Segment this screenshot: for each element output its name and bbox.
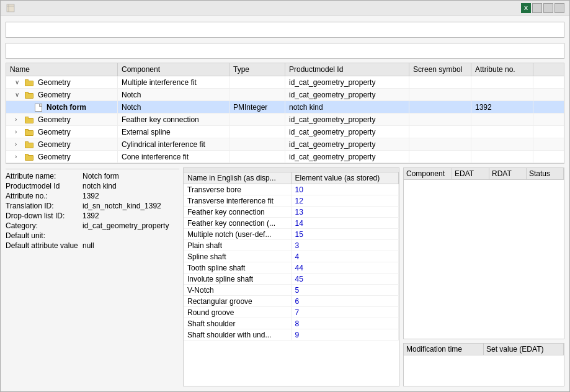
value-list-row[interactable]: Transverse interference fit12 [184,195,399,207]
occ-col-component: Component [404,168,452,179]
col-screen-symbol: Screen symbol [409,63,471,76]
tree-toggle-icon[interactable]: › [15,116,22,123]
attr-detail-row: Translation ID:id_sn_notch_kind_1392 [6,202,179,212]
table-row[interactable]: ∨ GeometryMultiple interference fitid_ca… [6,76,564,89]
value-element-cell: 5 [292,285,399,295]
excel-icon[interactable]: X [521,3,531,13]
component-cell: Multiple interference fit [118,76,229,88]
value-element-cell: 13 [292,207,399,217]
value-list-panel: Name in English (as disp... Element valu… [183,167,399,386]
attr-detail-value: id_sn_notch_kind_1392 [82,202,161,212]
value-col-element: Element value (as stored) [292,172,399,184]
screen-symbol-cell [409,101,471,113]
row-name-text: Geometry [38,91,71,99]
value-element-cell: 14 [292,218,399,228]
value-list-row[interactable]: Feather key connection (... 14 [184,218,399,229]
occ-col-status: Status [527,168,564,179]
attr-detail-label: Default unit: [6,231,80,241]
attr-detail-row: Default unit: [6,231,179,241]
table-row[interactable]: › GeometryCylindrical interference fitid… [6,138,564,151]
type-cell [229,126,285,138]
component-dropdown[interactable] [6,22,564,38]
screen-symbol-cell [409,138,471,150]
attr-detail-value: 1392 [82,192,99,202]
modification-body [404,355,564,386]
selected-attribute-title [6,167,179,169]
value-list-row[interactable]: Involute spline shaft45 [184,274,399,285]
screen-symbol-cell [409,76,471,88]
attr-detail-value: id_cat_geometry_property [82,221,169,231]
value-name-cell: Tooth spline shaft [184,262,292,273]
row-name-text: Geometry [38,115,71,124]
table-row[interactable]: Notch formNotchPMIntegernotch kind1392 [6,101,564,114]
component-cell: Notch [118,89,229,100]
tree-toggle-icon[interactable]: › [15,128,22,135]
tree-toggle-icon[interactable]: › [15,153,22,160]
value-name-cell: Plain shaft [184,240,292,251]
value-name-cell: Feather key connection (... [184,218,292,228]
table-row[interactable]: ∨ GeometryNotchid_cat_geometry_property [6,89,564,101]
value-list-row[interactable]: Round groove7 [184,307,399,318]
name-cell: › Geometry [6,114,118,125]
value-element-cell: 9 [292,329,399,340]
name-cell: Notch form [6,101,118,113]
attr-detail-label: Attribute no.: [6,192,80,202]
select-component-section [6,20,564,38]
table-row[interactable]: › GeometryFeather key connectionid_cat_g… [6,114,564,126]
attr-no-cell [471,76,533,88]
value-name-cell: V-Notch [184,285,292,295]
productmodel-cell: id_cat_geometry_property [285,89,409,100]
attr-detail-value: 1392 [82,212,99,221]
mod-col-value: Set value (EDAT) [484,344,564,355]
productmodel-cell: id_cat_geometry_property [285,76,409,88]
table-row[interactable]: › GeometryCone interference fitid_cat_ge… [6,151,564,163]
attr-no-cell [471,89,533,100]
row-name-text: Notch form [47,103,86,112]
close-button[interactable] [554,3,564,13]
value-list-row[interactable]: Rectangular groove6 [184,296,399,307]
value-list-row[interactable]: Shaft shoulder with und...9 [184,329,399,341]
value-list-row[interactable]: Spline shaft4 [184,251,399,262]
restore-button[interactable] [543,3,553,13]
attribute-search-box[interactable] [6,43,564,59]
value-list-row[interactable]: Tooth spline shaft44 [184,262,399,274]
attr-detail-row: Productmodel Idnotch kind [6,182,179,192]
attr-detail-label: Translation ID: [6,202,80,212]
folder-icon [25,115,33,124]
name-cell: ∨ Geometry [6,76,118,88]
attr-detail-label: Drop-down list ID: [6,212,80,221]
value-name-cell: Feather key connection [184,207,292,217]
tree-toggle-icon[interactable]: ∨ [15,79,22,86]
type-cell [229,138,285,150]
screen-symbol-cell [409,151,471,163]
minimize-button[interactable] [532,3,542,13]
tree-toggle-icon[interactable]: › [15,141,22,148]
value-name-cell: Spline shaft [184,251,292,262]
attribute-table: Name Component Type Productmodel Id Scre… [6,63,564,164]
name-cell: ∨ Geometry [6,89,118,100]
modification-panel: Modification time Set value (EDAT) [403,343,564,386]
component-cell: Cylindrical interference fit [118,138,229,150]
right-panel: Component EDAT RDAT Status Modification … [403,167,564,386]
tree-toggle-icon[interactable]: ∨ [15,91,22,98]
bottom-panels: Attribute name:Notch formProductmodel Id… [6,167,564,386]
folder-icon [25,153,33,161]
name-cell: › Geometry [6,151,118,163]
type-cell: PMInteger [229,101,285,113]
name-cell: › Geometry [6,126,118,138]
value-list-row[interactable]: Plain shaft3 [184,240,399,251]
value-list-row[interactable]: V-Notch5 [184,285,399,296]
main-window: X Name Component [0,0,570,392]
value-list-row[interactable]: Transverse bore10 [184,184,399,195]
value-element-cell: 4 [292,251,399,262]
value-element-cell: 44 [292,262,399,273]
productmodel-cell: id_cat_geometry_property [285,138,409,150]
value-list-row[interactable]: Shaft shoulder8 [184,318,399,329]
value-list-row[interactable]: Feather key connection13 [184,207,399,218]
value-name-cell: Shaft shoulder [184,318,292,329]
attr-detail-row: Category:id_cat_geometry_property [6,221,179,231]
value-list-row[interactable]: Multiple notch (user-def...15 [184,229,399,240]
table-body: ∨ GeometryMultiple interference fitid_ca… [6,76,564,163]
occurrence-body [404,180,564,339]
table-row[interactable]: › GeometryExternal splineid_cat_geometry… [6,126,564,138]
